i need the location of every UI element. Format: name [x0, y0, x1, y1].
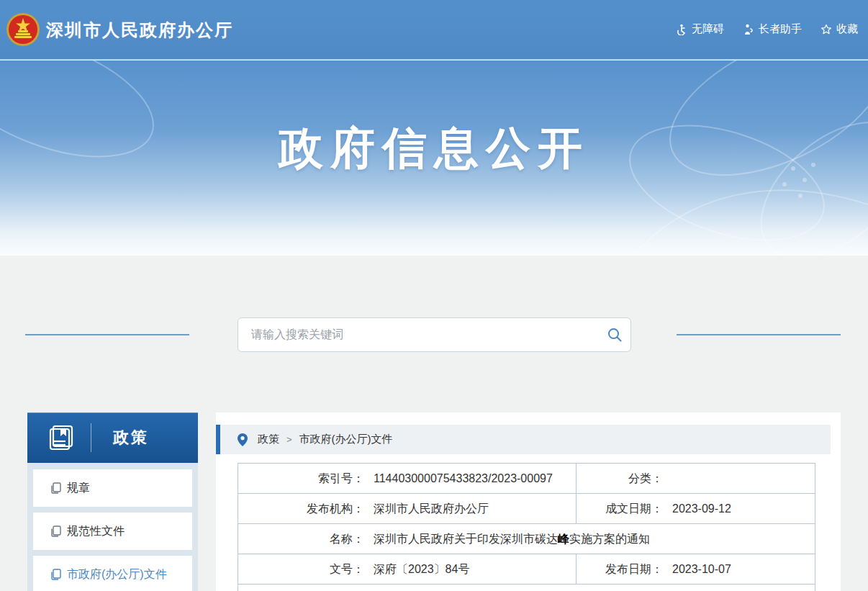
- accessibility-icon: [676, 24, 687, 35]
- top-links: 无障碍 长者助手 收藏: [676, 22, 858, 36]
- breadcrumb-link-policy[interactable]: 政策: [258, 433, 279, 446]
- search-input[interactable]: [238, 328, 599, 341]
- search-row: [0, 317, 868, 352]
- date-written-value: 2023-09-12: [672, 494, 731, 523]
- table-row-docnumber-pubdate: 文号： 深府〔2023〕84号 发布日期： 2023-10-07: [238, 554, 815, 585]
- search-box: [238, 317, 631, 352]
- breadcrumb-trail: 政策 > 市政府(办公厅)文件: [258, 433, 393, 446]
- document-info-table: 索引号： 114403000075433823/2023-00097 分类： 发…: [238, 463, 815, 591]
- publisher-cell: 发布机构： 深圳市人民政府办公厅: [238, 494, 577, 523]
- site-title: 深圳市人民政府办公厅: [46, 19, 233, 42]
- breadcrumb: 政策 > 市政府(办公厅)文件: [216, 425, 831, 454]
- index-number-label: 索引号：: [238, 464, 364, 493]
- page: 深圳市人民政府办公厅 无障碍 长者助手: [0, 0, 868, 591]
- elder-assistant-icon: [743, 24, 754, 35]
- document-icon: [50, 569, 61, 580]
- main-panel: 政策 > 市政府(办公厅)文件 索引号： 114403000075433823/…: [216, 412, 841, 591]
- sidebar-item-label: 规章: [67, 481, 90, 496]
- table-row-name: 名称： 深圳市人民政府关于印发深圳市碳达峰实施方案的通知: [238, 524, 815, 554]
- doc-number-label: 文号：: [238, 554, 364, 584]
- sidebar-item-normative-documents[interactable]: 规范性文件: [33, 513, 192, 550]
- breadcrumb-separator: >: [286, 434, 292, 445]
- table-row-partial: [238, 585, 815, 591]
- page-title: 政府信息公开: [0, 118, 868, 179]
- decorative-line-right: [677, 334, 841, 335]
- elder-assistant-label: 长者助手: [759, 22, 802, 36]
- document-name-post: 实施方案的通知: [569, 533, 650, 545]
- sidebar-item-label: 市政府(办公厅)文件: [67, 567, 167, 582]
- book-icon: [46, 423, 76, 453]
- date-written-label: 成文日期：: [577, 494, 663, 523]
- accessibility-label: 无障碍: [692, 22, 724, 36]
- doc-number-cell: 文号： 深府〔2023〕84号: [238, 554, 577, 584]
- sidebar-item-regulations[interactable]: 规章: [33, 469, 192, 507]
- publisher-label: 发布机构：: [238, 494, 364, 523]
- decorative-line-left: [25, 334, 189, 335]
- elder-assistant-link[interactable]: 长者助手: [743, 22, 802, 36]
- partial-row-cell: [238, 585, 815, 591]
- sidebar-menu: 规章 规范性文件 市政府(办公厅)文件: [27, 463, 198, 591]
- search-icon: [607, 327, 623, 343]
- favorite-link[interactable]: 收藏: [820, 22, 858, 36]
- publisher-value: 深圳市人民政府办公厅: [374, 494, 489, 523]
- document-name-pre: 深圳市人民政府关于印发深圳市碳达: [374, 533, 558, 545]
- sidebar-item-municipal-government-documents[interactable]: 市政府(办公厅)文件: [33, 556, 192, 591]
- table-row-publisher-date: 发布机构： 深圳市人民政府办公厅 成文日期： 2023-09-12: [238, 494, 815, 524]
- document-name-highlight: 峰: [558, 533, 569, 545]
- sidebar-header-divider: [91, 423, 91, 452]
- document-name-cell: 名称： 深圳市人民政府关于印发深圳市碳达峰实施方案的通知: [238, 524, 815, 554]
- top-header-bar: 深圳市人民政府办公厅 无障碍 长者助手: [0, 0, 868, 60]
- hero-banner: 政府信息公开: [0, 60, 868, 256]
- doc-number-value: 深府〔2023〕84号: [374, 554, 469, 584]
- document-name-value: 深圳市人民政府关于印发深圳市碳达峰实施方案的通知: [374, 524, 650, 554]
- document-icon: [50, 525, 61, 537]
- national-emblem-logo: [6, 12, 40, 47]
- publish-date-cell: 发布日期： 2023-10-07: [577, 554, 815, 584]
- document-name-label: 名称：: [238, 524, 364, 554]
- publish-date-value: 2023-10-07: [672, 554, 731, 584]
- sidebar-header: 政策: [27, 412, 198, 463]
- favorite-label: 收藏: [836, 22, 858, 36]
- breadcrumb-current: 市政府(办公厅)文件: [299, 433, 393, 446]
- category-label: 分类：: [577, 464, 663, 493]
- sidebar-header-title: 政策: [113, 427, 149, 448]
- accessibility-link[interactable]: 无障碍: [676, 22, 724, 36]
- location-pin-icon: [238, 433, 248, 446]
- sidebar-item-label: 规范性文件: [67, 524, 125, 539]
- index-number-cell: 索引号： 114403000075433823/2023-00097: [238, 464, 577, 493]
- search-button[interactable]: [599, 318, 630, 351]
- index-number-value: 114403000075433823/2023-00097: [374, 464, 553, 493]
- sidebar: 政策 规章 规范性文件: [27, 412, 198, 591]
- category-cell: 分类：: [577, 464, 815, 493]
- date-written-cell: 成文日期： 2023-09-12: [577, 494, 815, 523]
- breadcrumb-accent-bar: [216, 425, 220, 454]
- document-icon: [50, 482, 61, 494]
- table-row-index-category: 索引号： 114403000075433823/2023-00097 分类：: [238, 464, 815, 494]
- publish-date-label: 发布日期：: [577, 554, 663, 584]
- star-icon: [820, 24, 832, 35]
